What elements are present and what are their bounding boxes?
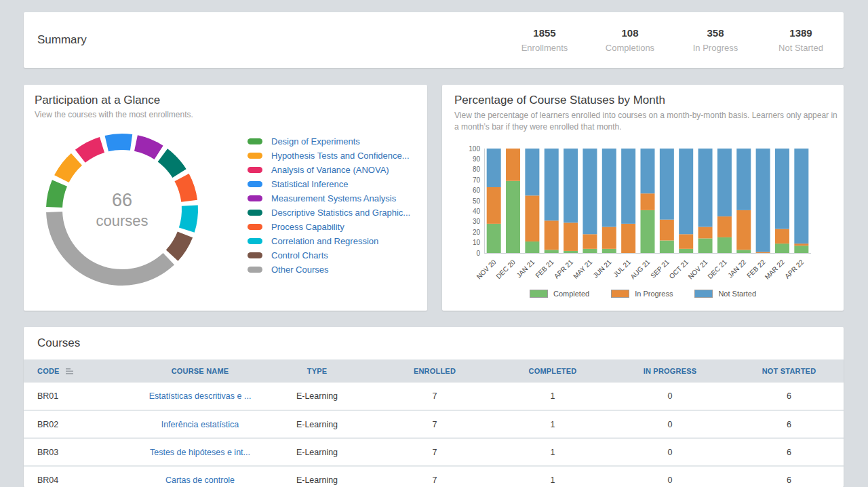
bar-segment (583, 149, 597, 234)
donut-slice (179, 205, 198, 232)
bar-segment (641, 193, 655, 210)
column-header-enrolled[interactable]: ENROLLED (370, 359, 500, 383)
bar-segment (775, 149, 789, 229)
bar-segment (660, 220, 674, 241)
legend-swatch (248, 210, 262, 216)
legend-label: Not Started (718, 290, 756, 298)
column-header-label: TYPE (307, 367, 328, 375)
summary-card: Summary 1855Enrollments108Completions358… (24, 12, 844, 68)
bar-segment (506, 149, 520, 181)
bar-segment (679, 249, 693, 253)
course-name-link[interactable]: Inferência estatística (136, 410, 264, 438)
bar-segment (717, 237, 732, 253)
legend-label: Hypothesis Tests and Confidence... (271, 151, 410, 161)
stat-value: 1389 (758, 27, 844, 39)
x-axis-tick: MAY 21 (572, 258, 594, 280)
bar-segment (794, 244, 808, 246)
legend-swatch (248, 267, 262, 273)
legend-item[interactable]: Correlation and Regression (248, 234, 410, 248)
y-axis-tick: 90 (473, 155, 481, 163)
x-axis-tick: JUN 21 (591, 258, 613, 279)
legend-swatch (611, 290, 629, 298)
course-type: E-Learning (264, 438, 370, 466)
legend-label: Measurement Systems Analysis (271, 193, 396, 203)
column-header-label: CODE (37, 367, 60, 375)
bar-segment (545, 149, 559, 220)
bar-segment (525, 195, 539, 241)
bar-segment (564, 251, 578, 253)
legend-swatch (248, 138, 262, 144)
course-type: E-Learning (264, 383, 370, 410)
x-axis-tick: APR 21 (553, 258, 574, 279)
legend-swatch (530, 290, 548, 298)
legend-label: In Progress (635, 290, 673, 298)
y-axis-tick: 60 (473, 187, 481, 194)
legend-swatch (248, 224, 262, 230)
participation-title: Participation at a Glance (35, 94, 416, 107)
column-header-course-name[interactable]: COURSE NAME (136, 359, 264, 383)
x-axis-tick: OCT 21 (668, 258, 690, 280)
bar-segment (545, 220, 559, 250)
x-axis-tick: SEP 21 (649, 258, 671, 279)
stat-value: 108 (587, 27, 673, 39)
legend-item[interactable]: Control Charts (248, 248, 410, 262)
statuses-card: Percentage of Course Statuses by Month V… (442, 85, 844, 311)
legend-item[interactable]: Hypothesis Tests and Confidence... (248, 149, 410, 163)
sort-icon[interactable] (65, 367, 74, 374)
x-axis-tick: MAR 22 (764, 258, 787, 281)
course-completed: 1 (500, 466, 606, 487)
course-code: BR01 (24, 383, 136, 410)
column-header-in-progress[interactable]: IN PROGRESS (606, 359, 734, 383)
y-axis-tick: 30 (473, 218, 481, 225)
column-header-label: COMPLETED (529, 367, 577, 375)
bar-segment (679, 149, 693, 234)
bar-segment (641, 210, 655, 253)
course-code: BR04 (24, 466, 136, 487)
summary-stat: 1389Not Started (758, 27, 844, 53)
legend-item[interactable]: Measurement Systems Analysis (248, 191, 410, 206)
summary-stat: 108Completions (587, 27, 673, 53)
legend-item[interactable]: Design of Experiments (248, 134, 410, 149)
course-name-link[interactable]: Cartas de controle (136, 466, 264, 487)
column-header-label: IN PROGRESS (644, 367, 697, 375)
legend-item[interactable]: Descriptive Statistics and Graphic... (248, 206, 410, 220)
course-not-started: 6 (734, 410, 844, 438)
summary-stat: 1855Enrollments (502, 27, 587, 53)
legend-item[interactable]: Statistical Inference (248, 177, 410, 191)
bar-segment (756, 252, 770, 253)
bar-segment (525, 149, 539, 195)
legend-item[interactable]: Other Courses (248, 262, 410, 277)
legend-swatch (248, 252, 262, 258)
legend-item[interactable]: Analysis of Variance (ANOVA) (248, 163, 410, 177)
column-header-not-started[interactable]: NOT STARTED (734, 359, 844, 383)
summary-title: Summary (37, 33, 87, 47)
donut-slice (158, 149, 186, 178)
bar-segment (736, 250, 751, 253)
course-name-link[interactable]: Estatísticas descritivas e ... (136, 383, 264, 410)
table-row: BR03Testes de hipóteses e int...E-Learni… (24, 438, 844, 466)
donut-slice (46, 180, 67, 208)
donut-slice (105, 134, 133, 151)
column-header-code[interactable]: CODE (24, 359, 136, 383)
legend-item[interactable]: Process Capability (248, 220, 410, 234)
legend-item: Not Started (694, 290, 756, 298)
column-header-completed[interactable]: COMPLETED (500, 359, 606, 383)
donut-slice (75, 137, 104, 163)
legend-label: Process Capability (271, 222, 344, 232)
course-in-progress: 0 (606, 410, 734, 438)
summary-stats: 1855Enrollments108Completions358In Progr… (502, 27, 844, 53)
x-axis-tick: NOV 20 (475, 258, 498, 280)
legend-swatch (248, 238, 262, 244)
legend-swatch (694, 290, 713, 298)
legend-item: In Progress (611, 290, 673, 298)
course-name-link[interactable]: Testes de hipóteses e int... (136, 438, 264, 466)
y-axis-tick: 0 (476, 250, 480, 257)
x-axis-tick: DEC 20 (494, 258, 517, 280)
course-in-progress: 0 (606, 383, 734, 410)
bar-segment (621, 149, 635, 224)
column-header-type[interactable]: TYPE (264, 359, 370, 383)
legend-label: Design of Experiments (271, 136, 360, 147)
statuses-bar-chart: 0102030405060708090100NOV 20DEC 20JAN 21… (452, 140, 826, 284)
x-axis-tick: NOV 21 (687, 258, 709, 280)
bar-segment (583, 234, 597, 249)
